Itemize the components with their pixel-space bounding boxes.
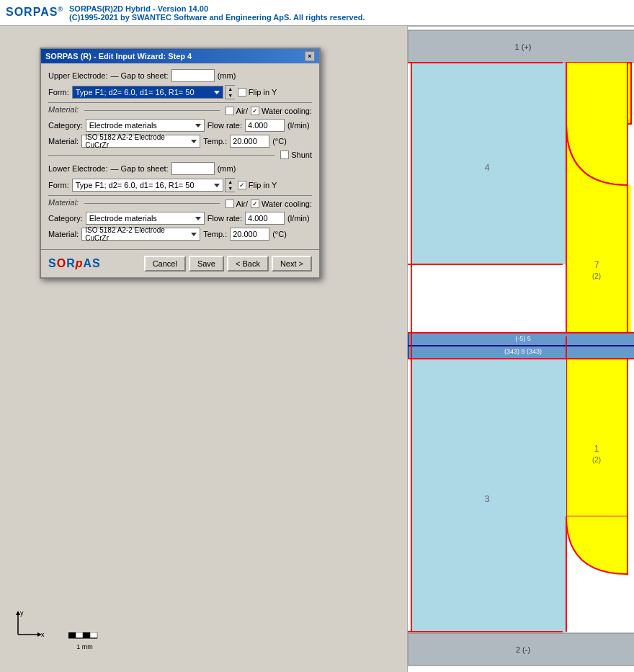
scale-label: 1 mm — [76, 643, 93, 650]
svg-text:(343) 8  (343): (343) 8 (343) — [504, 348, 542, 355]
upper-spin-down[interactable]: ▼ — [226, 92, 236, 99]
shunt-checkbox[interactable] — [280, 151, 289, 159]
upper-flip-checkbox-row: Flip in Y — [238, 88, 277, 97]
app-title: SORPAS(R)2D Hybrid - Version 14.00 (C)19… — [69, 4, 365, 22]
close-button[interactable]: × — [305, 51, 315, 61]
upper-water-label: Water cooling: — [262, 107, 312, 115]
upper-water-checkbox[interactable] — [251, 107, 259, 115]
upper-water-checkbox-row: Water cooling: — [251, 107, 312, 115]
svg-text:(2): (2) — [592, 456, 601, 464]
lower-category-dropdown[interactable]: Electrode materials — [86, 212, 205, 225]
upper-temp-input[interactable] — [230, 135, 269, 148]
lower-flip-checkbox-row: Flip in Y — [238, 181, 277, 189]
upper-gap-input[interactable] — [171, 69, 215, 82]
footer-logo: SORpAS — [48, 257, 101, 270]
upper-category-label: Category: — [48, 121, 83, 130]
svg-text:3: 3 — [484, 493, 489, 504]
lower-flow-unit: (l/min) — [287, 214, 310, 223]
svg-rect-9 — [90, 632, 97, 638]
upper-air-checkbox-row: Air/ — [226, 107, 249, 115]
shunt-checkbox-row: Shunt — [280, 151, 312, 159]
axis-svg: x y — [11, 609, 50, 642]
lower-water-checkbox-row: Water cooling: — [251, 200, 312, 208]
lower-form-row: Form: Type F1; d2= 6.0, d1= 16, R1= 50 ▲… — [48, 178, 312, 192]
upper-category-dropdown[interactable]: Electrode materials — [86, 119, 205, 132]
lower-temp-label: Temp.: — [203, 230, 227, 238]
upper-form-label: Form: — [48, 88, 69, 97]
upper-form-dropdown[interactable]: Type F1; d2= 6.0, d1= 16, R1= 50 — [72, 86, 223, 99]
lower-water-checkbox[interactable] — [251, 200, 259, 208]
upper-material-dropdown[interactable]: ISO 5182 A2-2 Electrode CuCrZr — [81, 135, 200, 148]
upper-spin-up[interactable]: ▲ — [226, 86, 236, 92]
upper-electrode-header: Upper Electrode: — Gap to sheet: (mm) — [48, 69, 312, 82]
lower-flow-label: Flow rate: — [207, 214, 242, 223]
upper-flow-input[interactable] — [245, 119, 285, 132]
upper-material-header-row: Material: Air/ Water cooling: — [48, 105, 312, 116]
svg-text:7: 7 — [594, 260, 599, 270]
dialog-window: SORPAS (R) - Edit Input Wizard: Step 4 ×… — [40, 48, 321, 279]
upper-flip-checkbox[interactable] — [238, 88, 246, 97]
upper-temp-label: Temp.: — [203, 137, 227, 145]
lower-water-label: Water cooling: — [262, 200, 312, 208]
lower-material-header-row: Material: Air/ Water cooling: — [48, 198, 312, 209]
svg-text:1: 1 — [594, 444, 599, 454]
app-logo: SORPAS® — [6, 6, 63, 19]
upper-air-label: Air/ — [236, 107, 249, 115]
lower-air-checkbox[interactable] — [226, 200, 234, 208]
svg-text:x: x — [41, 631, 45, 638]
upper-mm-label: (mm) — [218, 71, 236, 80]
upper-form-spin[interactable]: ▲ ▼ — [225, 85, 235, 99]
scale-bar: 1 mm — [68, 632, 101, 650]
svg-text:y: y — [20, 609, 24, 617]
save-button[interactable]: Save — [189, 256, 224, 272]
svg-text:2 (-): 2 (-) — [516, 645, 530, 654]
svg-rect-6 — [68, 632, 76, 638]
upper-material-row: Material: ISO 5182 A2-2 Electrode CuCrZr… — [48, 135, 312, 148]
right-panel: 1 (+) 4 7 (2) (-5) 5 (343) 8 (343) — [407, 26, 634, 672]
upper-air-checkbox[interactable] — [226, 107, 234, 115]
title-bar: SORPAS® SORPAS(R)2D Hybrid - Version 14.… — [0, 0, 634, 26]
lower-flip-checkbox[interactable] — [238, 181, 246, 189]
lower-gap-input[interactable] — [171, 162, 215, 175]
scale-svg — [68, 632, 101, 643]
lower-air-checkbox-row: Air/ — [226, 200, 249, 208]
upper-category-row: Category: Electrode materials Flow rate:… — [48, 119, 312, 132]
lower-air-label: Air/ — [236, 200, 249, 208]
svg-text:(2): (2) — [592, 272, 601, 280]
dialog-footer: SORpAS Cancel Save < Back Next > — [41, 249, 319, 277]
upper-flow-unit: (l/min) — [287, 121, 310, 130]
upper-gap-label: — Gap to sheet: — [111, 71, 169, 80]
lower-category-row: Category: Electrode materials Flow rate:… — [48, 212, 312, 225]
lower-form-label: Form: — [48, 181, 69, 189]
cancel-button[interactable]: Cancel — [144, 256, 186, 272]
lower-temp-input[interactable] — [230, 228, 269, 241]
dialog-titlebar: SORPAS (R) - Edit Input Wizard: Step 4 × — [41, 49, 319, 63]
lower-material-section: Material: Air/ Water cooling: Category: — [48, 195, 312, 241]
upper-temp-unit: (°C) — [272, 137, 287, 145]
shunt-divider-row: Shunt — [48, 151, 312, 159]
axis-indicator: x y — [11, 609, 50, 643]
shunt-label: Shunt — [291, 151, 312, 159]
lower-form-dropdown[interactable]: Type F1; d2= 6.0, d1= 16, R1= 50 — [72, 179, 223, 192]
lower-flow-input[interactable] — [245, 212, 285, 225]
lower-spin-up[interactable]: ▲ — [226, 179, 236, 185]
lower-mm-label: (mm) — [218, 164, 236, 173]
svg-rect-7 — [76, 632, 83, 638]
next-button[interactable]: Next > — [272, 256, 312, 272]
upper-electrode-label: Upper Electrode: — [48, 71, 108, 80]
dialog-content: Upper Electrode: — Gap to sheet: (mm) Fo… — [41, 63, 319, 249]
svg-rect-8 — [83, 632, 90, 638]
lower-electrode-label: Lower Electrode: — [48, 164, 108, 173]
main-area: SORPAS (R) - Edit Input Wizard: Step 4 ×… — [0, 26, 634, 672]
lower-material-dropdown[interactable]: ISO 5182 A2-2 Electrode CuCrZr — [81, 228, 200, 241]
left-panel: SORPAS (R) - Edit Input Wizard: Step 4 ×… — [0, 26, 407, 672]
upper-flip-label: Flip in Y — [249, 88, 277, 97]
upper-material-label2: Material: — [48, 137, 79, 145]
footer-buttons: Cancel Save < Back Next > — [144, 256, 312, 272]
lower-spin-down[interactable]: ▼ — [226, 185, 236, 192]
lower-temp-unit: (°C) — [272, 230, 287, 238]
upper-form-row: Form: Type F1; d2= 6.0, d1= 16, R1= 50 ▲… — [48, 85, 312, 99]
visualization-svg: 1 (+) 4 7 (2) (-5) 5 (343) 8 (343) — [408, 27, 634, 672]
back-button[interactable]: < Back — [227, 256, 269, 272]
lower-form-spin[interactable]: ▲ ▼ — [225, 178, 235, 192]
